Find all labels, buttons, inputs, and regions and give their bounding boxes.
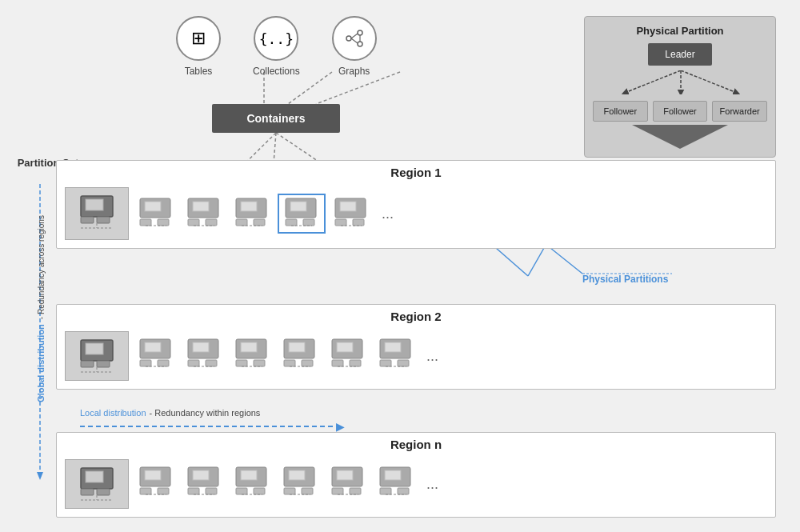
svg-rect-96 bbox=[158, 488, 169, 494]
svg-rect-34 bbox=[206, 219, 217, 226]
svg-line-6 bbox=[496, 248, 528, 276]
svg-rect-106 bbox=[254, 488, 265, 494]
svg-rect-60 bbox=[158, 360, 169, 366]
region-1-ellipsis: ... bbox=[378, 206, 394, 222]
server-node-r1-5 bbox=[330, 197, 372, 230]
server-node-r2-6 bbox=[375, 338, 417, 374]
region-1-container: Region 1 bbox=[56, 160, 776, 249]
follower-box-2: Follower bbox=[653, 101, 708, 122]
svg-rect-33 bbox=[188, 219, 199, 226]
region-2-rows: ... bbox=[57, 326, 775, 389]
svg-point-13 bbox=[358, 42, 362, 46]
svg-rect-114 bbox=[337, 470, 353, 480]
svg-rect-73 bbox=[289, 342, 305, 352]
svg-rect-75 bbox=[302, 360, 313, 366]
svg-rect-43 bbox=[286, 219, 297, 226]
svg-point-11 bbox=[346, 36, 351, 41]
global-dist-label: Global distribution - Redundancy across … bbox=[36, 215, 46, 402]
svg-rect-116 bbox=[350, 488, 361, 494]
top-icons-group: ⊞ Tables {..} Collections Graphs bbox=[176, 16, 377, 77]
svg-rect-79 bbox=[332, 360, 343, 366]
leader-arrows bbox=[593, 70, 769, 94]
svg-rect-85 bbox=[398, 360, 409, 366]
server-node-r2-1 bbox=[135, 338, 177, 374]
server-node-r1-2 bbox=[183, 197, 225, 230]
svg-rect-90 bbox=[97, 489, 110, 495]
svg-rect-120 bbox=[380, 488, 391, 494]
svg-rect-23 bbox=[97, 217, 110, 223]
svg-line-19 bbox=[681, 70, 737, 93]
svg-rect-111 bbox=[302, 488, 313, 494]
region-2-ps-col bbox=[65, 331, 129, 381]
svg-rect-59 bbox=[140, 360, 151, 366]
tables-icon: ⊞ bbox=[176, 16, 221, 61]
svg-marker-10 bbox=[37, 472, 43, 480]
local-dist-suffix: - Redundancy within regions bbox=[150, 408, 261, 418]
svg-rect-99 bbox=[193, 470, 209, 480]
server-node-r3-4 bbox=[279, 466, 321, 502]
svg-rect-115 bbox=[332, 488, 343, 494]
region-2-header: Region 2 bbox=[57, 305, 775, 326]
server-node-r3-5 bbox=[327, 466, 369, 502]
svg-rect-109 bbox=[289, 470, 305, 480]
svg-rect-78 bbox=[337, 342, 353, 352]
svg-rect-89 bbox=[81, 489, 94, 495]
svg-rect-104 bbox=[241, 470, 257, 480]
funnel-shape bbox=[632, 125, 728, 149]
svg-rect-68 bbox=[241, 342, 257, 352]
svg-rect-22 bbox=[81, 217, 94, 223]
region-1-header: Region 1 bbox=[57, 161, 775, 182]
svg-rect-88 bbox=[86, 471, 103, 482]
leader-box: Leader bbox=[648, 43, 712, 66]
server-node-r1-4-highlight bbox=[279, 195, 324, 232]
svg-rect-37 bbox=[241, 202, 257, 211]
svg-rect-28 bbox=[140, 219, 151, 226]
svg-rect-49 bbox=[353, 219, 364, 226]
svg-rect-110 bbox=[284, 488, 295, 494]
svg-rect-101 bbox=[206, 488, 217, 494]
physical-partitions-label: Physical Partitions bbox=[582, 274, 668, 285]
graphs-label: Graphs bbox=[338, 66, 370, 77]
forwarder-box: Forwarder bbox=[712, 101, 767, 122]
svg-rect-54 bbox=[97, 361, 110, 367]
physical-partition-title: Physical Partition bbox=[593, 25, 767, 37]
local-dist-arrow-line: ▶ bbox=[80, 420, 345, 433]
region-3-rows: ... bbox=[57, 454, 775, 517]
svg-rect-48 bbox=[335, 219, 346, 226]
collections-icon: {..} bbox=[254, 16, 298, 61]
follower-row: Follower Follower Forwarder bbox=[593, 101, 767, 122]
local-dist-arrowhead: ▶ bbox=[336, 420, 345, 433]
svg-rect-53 bbox=[81, 361, 94, 367]
svg-point-12 bbox=[358, 30, 362, 35]
svg-rect-27 bbox=[145, 202, 161, 211]
svg-rect-64 bbox=[188, 360, 199, 366]
local-distribution: Local distribution - Redundancy within r… bbox=[80, 408, 345, 433]
main-canvas: ⊞ Tables {..} Collections Graphs Contai bbox=[0, 0, 800, 532]
region-3-ps-col bbox=[65, 459, 129, 509]
svg-rect-21 bbox=[86, 199, 103, 210]
server-icon-ps1 bbox=[73, 193, 121, 234]
svg-rect-39 bbox=[254, 219, 265, 226]
region-3-container: Region n ... bbox=[56, 432, 776, 518]
server-node-r3-6 bbox=[375, 466, 417, 502]
tables-label: Tables bbox=[185, 66, 213, 77]
region-3-ellipsis: ... bbox=[423, 476, 438, 493]
svg-rect-83 bbox=[385, 342, 401, 352]
svg-rect-84 bbox=[380, 360, 391, 366]
svg-rect-63 bbox=[193, 342, 209, 352]
svg-line-14 bbox=[351, 34, 358, 38]
server-node-r3-3 bbox=[231, 466, 273, 502]
server-node-r2-4 bbox=[279, 338, 321, 374]
svg-rect-69 bbox=[236, 360, 247, 366]
svg-line-2 bbox=[316, 72, 400, 104]
svg-rect-58 bbox=[145, 342, 161, 352]
svg-rect-100 bbox=[188, 488, 199, 494]
svg-line-15 bbox=[351, 38, 358, 43]
server-node-r2-2 bbox=[183, 338, 225, 374]
svg-rect-94 bbox=[145, 470, 161, 480]
svg-rect-65 bbox=[206, 360, 217, 366]
svg-rect-70 bbox=[254, 360, 265, 366]
region-1-ps-col bbox=[65, 187, 129, 240]
svg-rect-121 bbox=[398, 488, 409, 494]
svg-rect-105 bbox=[236, 488, 247, 494]
